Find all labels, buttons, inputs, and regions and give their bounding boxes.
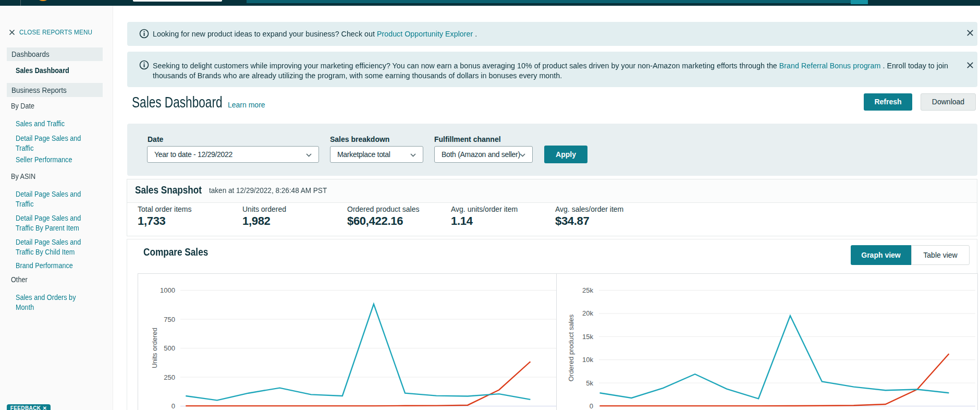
svg-text:0: 0 (590, 402, 593, 410)
svg-text:750: 750 (164, 316, 175, 323)
svg-text:0: 0 (172, 402, 175, 410)
svg-text:5k: 5k (586, 379, 593, 387)
svg-text:1000: 1000 (160, 286, 175, 294)
svg-text:250: 250 (164, 373, 175, 381)
svg-text:500: 500 (164, 344, 175, 352)
svg-text:25k: 25k (582, 286, 593, 294)
svg-text:15k: 15k (582, 333, 593, 341)
svg-text:20k: 20k (582, 309, 593, 317)
svg-text:10k: 10k (582, 356, 593, 364)
svg-text:Ordered product sales: Ordered product sales (567, 314, 575, 381)
svg-text:Units ordered: Units ordered (151, 328, 158, 368)
